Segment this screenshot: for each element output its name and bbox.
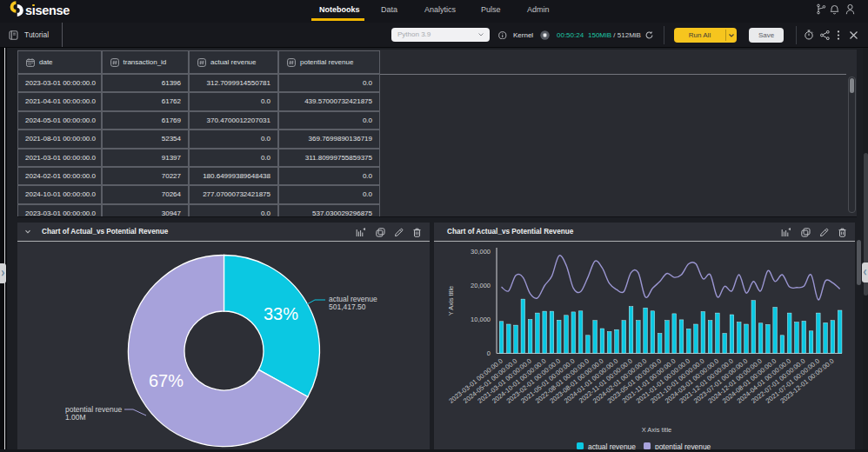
svg-text:67%: 67% [149,371,184,390]
svg-text:33%: 33% [264,304,298,323]
svg-text:30,000: 30,000 [471,248,491,256]
svg-text:501,417.50: 501,417.50 [329,302,366,311]
svg-text:1.00M: 1.00M [65,413,86,422]
svg-text:0: 0 [487,349,491,357]
svg-text:X Axis title: X Axis title [642,426,672,434]
svg-text:20,000: 20,000 [471,282,491,289]
svg-text:10,000: 10,000 [471,316,491,323]
svg-text:Y Axis title: Y Axis title [447,286,455,316]
